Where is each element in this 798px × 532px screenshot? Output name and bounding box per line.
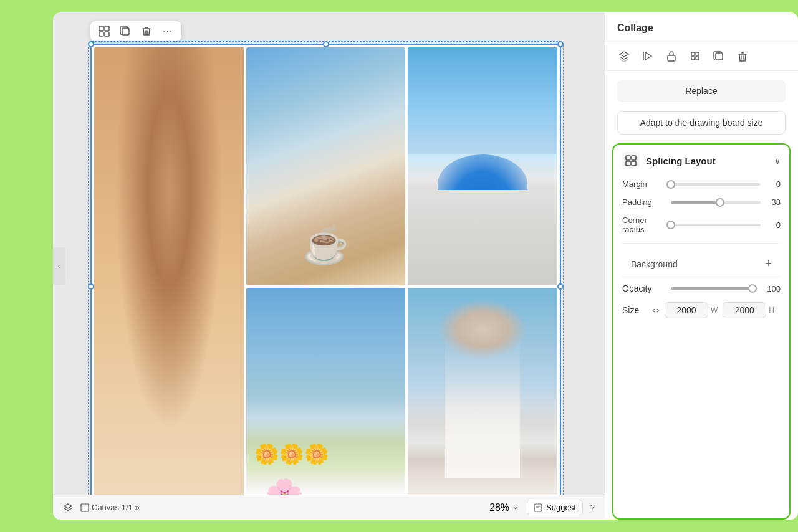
height-unit: H <box>769 306 774 315</box>
panel-toolbar <box>605 42 798 71</box>
size-label: Size <box>622 305 647 315</box>
opacity-value: 100 <box>762 284 781 293</box>
splicing-section: Splicing Layout ∨ Margin 0 Padding <box>612 143 791 520</box>
photo-cell-flowers[interactable]: 🌼🌼🌼 <box>246 288 405 520</box>
add-background-button[interactable]: + <box>765 257 772 270</box>
corner-radius-label: Corner radius <box>622 216 666 234</box>
opacity-slider[interactable] <box>671 287 757 290</box>
canvas-area: ‹ ··· <box>53 12 605 520</box>
svg-rect-10 <box>626 156 630 160</box>
canvas-page[interactable]: Canvas 1/1 » <box>80 503 140 512</box>
opacity-label: Opacity <box>622 283 666 293</box>
splicing-chevron-icon[interactable]: ∨ <box>774 156 781 166</box>
photo-cell-coffee[interactable] <box>246 47 405 285</box>
more-icon[interactable]: ··· <box>161 25 174 37</box>
background-header: Background + <box>631 257 772 270</box>
layout-icon[interactable] <box>98 25 110 37</box>
duplicate-panel-icon[interactable] <box>712 49 726 63</box>
bottom-bar: Canvas 1/1 » 28% Suggest ? <box>53 495 605 520</box>
handle-mid-left[interactable] <box>88 283 94 290</box>
splicing-title: Splicing Layout <box>646 156 716 166</box>
background-title: Background <box>631 259 678 269</box>
size-control: Size ⇔ W H <box>622 302 781 323</box>
photo-cell-santorini-top[interactable] <box>408 47 557 285</box>
opacity-control: Opacity 100 <box>622 283 781 293</box>
width-input[interactable] <box>665 302 708 318</box>
margin-slider[interactable] <box>671 183 761 186</box>
layers-panel-icon[interactable] <box>617 49 631 63</box>
handle-mid-right[interactable] <box>557 283 564 290</box>
svg-marker-7 <box>645 52 651 60</box>
svg-rect-13 <box>632 161 636 166</box>
splicing-header: Splicing Layout ∨ <box>622 152 781 169</box>
splicing-layout-icon <box>622 152 640 169</box>
width-unit: W <box>711 306 718 315</box>
replace-button[interactable]: Replace <box>617 80 786 102</box>
size-width-group: W <box>665 302 718 318</box>
handle-top-right[interactable] <box>557 41 564 47</box>
margin-label: Margin <box>622 179 666 189</box>
splicing-title-group: Splicing Layout <box>622 152 716 169</box>
collage-grid: 🌼🌼🌼 <box>90 44 561 520</box>
delete-panel-icon[interactable] <box>736 49 749 63</box>
right-panel: Collage <box>605 12 798 520</box>
collage-toolbar: ··· <box>90 21 181 41</box>
padding-control: Padding 38 <box>622 197 781 207</box>
suggest-button[interactable]: Suggest <box>527 500 583 515</box>
corner-radius-value: 0 <box>766 221 781 230</box>
margin-value: 0 <box>766 179 781 189</box>
lock-panel-icon[interactable] <box>665 49 678 63</box>
photo-cell-girl[interactable] <box>94 47 244 520</box>
height-input[interactable] <box>723 302 766 318</box>
adapt-button[interactable]: Adapt to the drawing board size <box>617 111 786 135</box>
padding-label: Padding <box>622 197 666 207</box>
delete-toolbar-icon[interactable] <box>140 25 153 37</box>
size-link-icon[interactable]: ⇔ <box>652 305 660 315</box>
corner-radius-slider[interactable] <box>671 224 761 226</box>
background-section: Background + <box>622 249 781 270</box>
padding-value: 38 <box>766 197 781 207</box>
svg-rect-4 <box>122 28 129 35</box>
animation-panel-icon[interactable] <box>641 49 655 63</box>
handle-top-mid[interactable] <box>323 41 329 47</box>
layers-button[interactable] <box>63 503 73 513</box>
corner-radius-control: Corner radius 0 <box>622 216 781 234</box>
panel-header: Collage <box>605 12 798 42</box>
copy-icon[interactable] <box>119 25 132 37</box>
svg-rect-2 <box>99 32 103 36</box>
panel-title: Collage <box>617 22 653 33</box>
left-panel-toggle[interactable]: ‹ <box>53 247 65 285</box>
svg-rect-12 <box>626 161 630 166</box>
svg-rect-5 <box>81 504 89 511</box>
svg-rect-1 <box>105 26 109 31</box>
help-button[interactable]: ? <box>590 503 595 512</box>
zoom-control[interactable]: 28% <box>489 502 519 513</box>
svg-rect-8 <box>668 55 675 61</box>
handle-top-left[interactable] <box>88 41 94 47</box>
svg-rect-9 <box>716 53 723 60</box>
svg-rect-11 <box>632 156 636 160</box>
size-height-group: H <box>723 302 774 318</box>
padding-slider[interactable] <box>671 201 761 204</box>
svg-rect-0 <box>99 26 103 31</box>
photo-cell-white-dress[interactable] <box>408 288 557 520</box>
style-panel-icon[interactable] <box>688 49 702 63</box>
margin-control: Margin 0 <box>622 179 781 189</box>
svg-rect-3 <box>105 32 109 36</box>
